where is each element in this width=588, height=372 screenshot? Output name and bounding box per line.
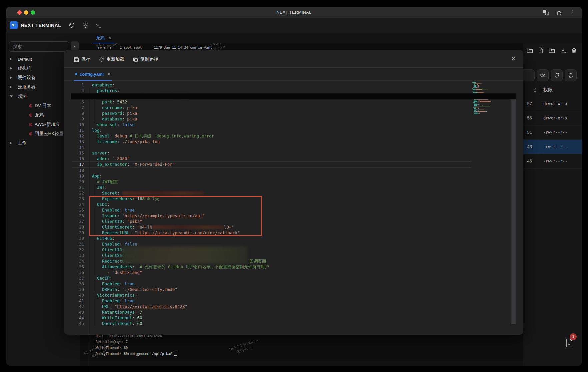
minimap-line (474, 108, 476, 109)
notification-badge[interactable]: 1 (570, 333, 577, 340)
new-file-icon[interactable] (538, 47, 543, 53)
indent-guide (95, 281, 95, 292)
terminal-output-line: -rw-r--r-- 1 root root 1179 Jan 11 14:34… (96, 46, 212, 49)
file-row[interactable]: 43-rw-r--r-- (523, 140, 582, 154)
minimap-line (475, 111, 476, 112)
chevron-right-icon[interactable] (10, 58, 12, 60)
code-line-17: 17ip_extractor: "X-Forwarded-For" (72, 161, 472, 167)
chevron-right-icon[interactable] (10, 86, 12, 88)
chevron-right-icon[interactable] (10, 76, 12, 79)
sort-icon[interactable] (533, 88, 537, 93)
code-text: DBPath: "./GeoLite2-City.mmdb" (92, 287, 177, 292)
editor-tab-close-icon[interactable]: ✕ (107, 72, 111, 76)
code-line-36: 36- "dushixiang" (72, 270, 472, 275)
minimap-line (477, 87, 479, 88)
editor-tab-config-yaml[interactable]: config.yaml ✕ (74, 68, 112, 80)
line-number: 38 (72, 281, 84, 287)
host-label: 阿里云HK轻量云 (35, 131, 68, 137)
group-label: Default (18, 57, 32, 62)
chevron-right-icon[interactable] (10, 67, 12, 70)
code-text: Secret: (92, 190, 204, 196)
reload-button[interactable]: 重新加载 (99, 56, 124, 62)
code-text: ip_extractor: "X-Forwarded-For" (92, 161, 175, 167)
line-number: 8 (72, 110, 84, 116)
code-text: username: pika (92, 105, 137, 110)
minimap-line (479, 112, 479, 113)
annotation-rectangle-oidc (89, 196, 262, 236)
file-row[interactable]: 56drwxr-xr-x (523, 111, 582, 125)
asset-search[interactable] (9, 41, 69, 52)
line-number: 37 (72, 275, 84, 281)
translate-icon[interactable]: A (543, 9, 549, 15)
code-line-4: 4postgres: (72, 88, 472, 93)
chevron-right-icon[interactable] (10, 142, 12, 144)
line-number: 1 (72, 82, 84, 88)
code-line-21: 21JWT: (72, 184, 472, 190)
line-number: 42 (72, 304, 84, 309)
download-icon[interactable] (560, 48, 566, 53)
file-row[interactable]: 57drwxr-xr-x (523, 97, 582, 111)
editor-scrollbar-thumb[interactable] (511, 97, 516, 324)
minimap-line (473, 92, 477, 93)
file-row[interactable]: 46-rw-r--r-- (523, 154, 582, 168)
code-text: postgres: (92, 88, 120, 93)
window-title: NEXT TERMINAL (6, 7, 582, 18)
line-number: 17 (72, 161, 84, 167)
sidebar-collapse-button[interactable]: ‹ (71, 41, 79, 51)
minimap-line (477, 110, 477, 111)
line-number: 20 (72, 179, 84, 184)
minimap-line (474, 109, 476, 110)
sync-button[interactable] (565, 69, 577, 81)
code-text: JWT: (92, 184, 107, 190)
code-text: password: pika (92, 110, 137, 116)
code-line-45: 45QueryTimeout: 60 (72, 321, 472, 326)
theme-palette-icon[interactable] (69, 22, 75, 28)
line-number: 24 (72, 202, 84, 207)
minimap-line (478, 113, 479, 114)
chevron-down-icon[interactable] (10, 95, 13, 97)
code-text: App: (92, 173, 102, 179)
code-line-1: 1database: (72, 82, 472, 88)
copy-path-button[interactable]: 复制路径 (133, 56, 158, 62)
minimap-line (477, 86, 478, 87)
editor-tabrow: config.yaml ✕ (64, 68, 523, 81)
code-text: database: pika (92, 116, 137, 122)
show-hidden-button[interactable] (537, 69, 549, 81)
group-label: 虚拟机 (18, 65, 31, 71)
file-panel: 权限 57drwxr-xr-x56drwxr-xr-x51-rw-r--r--4… (523, 43, 582, 366)
menu-kebab-icon[interactable]: ⋮ (570, 9, 575, 15)
minimap-line (486, 111, 487, 112)
new-folder-icon[interactable] (527, 48, 533, 53)
file-row[interactable]: 51-rw-r--r-- (523, 125, 582, 140)
save-button[interactable]: 保存 (74, 56, 90, 62)
reload-icon (99, 57, 104, 62)
minimap-line (476, 111, 477, 112)
line-number: 15 (72, 150, 84, 156)
code-text: URL: "http://victoriametrics:8428" (92, 304, 187, 309)
minimap-line (474, 111, 475, 112)
line-number: 10 (72, 122, 84, 127)
minimap-line (474, 86, 477, 87)
settings-gear-icon[interactable] (82, 22, 89, 28)
code-text: GeoIP: (92, 275, 112, 281)
upload-folder-icon[interactable] (549, 48, 555, 53)
line-number: 14 (72, 144, 84, 150)
session-tab-close-icon[interactable]: ✕ (108, 36, 111, 40)
minimap-line (473, 87, 476, 88)
code-text: AllowedUsers: # 允许登录的 GitHub 用户名白名单，不配置或… (92, 264, 269, 270)
code-line-7: 7username: pika (72, 105, 472, 110)
search-input[interactable] (9, 44, 74, 49)
minimap-line (476, 89, 477, 90)
minimap-line (477, 109, 484, 110)
modal-close-icon[interactable]: ✕ (510, 55, 517, 62)
extensions-icon[interactable] (556, 9, 562, 16)
save-icon (74, 57, 79, 62)
refresh-button[interactable] (551, 69, 563, 81)
minimap-line (479, 106, 490, 107)
group-label: 工作 (18, 140, 27, 146)
trash-icon[interactable] (571, 48, 577, 53)
line-number: 30 (72, 236, 84, 241)
terminal-prompt-icon[interactable]: >_ (96, 23, 101, 28)
session-tab[interactable]: 龙鸡 ✕ (93, 33, 115, 43)
line-number: 27 (72, 219, 84, 224)
